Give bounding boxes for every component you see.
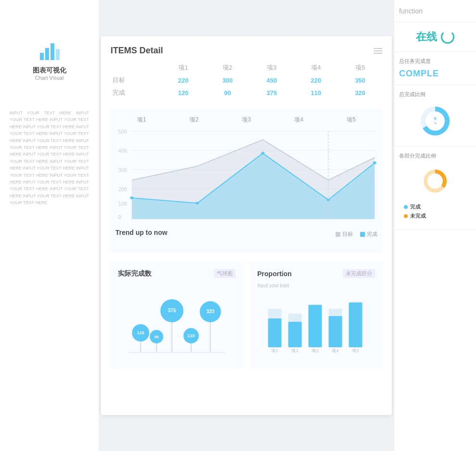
logo-title: 图表可视化 [33,66,66,75]
right-panel: function 在线 总任务完成度 COMPLE 总完成比例 9 % 各部分完… [394,0,476,451]
each-proportion-section: 各部分完成比例 完成 未完成 [394,146,476,230]
complete-legend-item: 完成 [404,203,466,210]
menu-icon[interactable] [374,48,382,54]
svg-text:项4: 项4 [332,348,338,353]
svg-rect-55 [349,303,363,347]
bubble-chart-badge: 气球图 [214,269,236,278]
proportion-badge: 未完成部分 [343,269,375,278]
complete-3: 375 [250,86,294,99]
items-detail: ITEMS Detail 项1 项2 项3 项4 项5 目标 220 [111,46,382,99]
incomplete-legend-item: 未完成 [404,212,466,219]
each-proportion-label: 各部分完成比例 [399,152,471,159]
complete-legend-label: 完成 [410,203,421,210]
legend-complete: 完成 [360,231,377,238]
svg-text:300: 300 [118,168,127,173]
complete-5: 320 [338,86,382,99]
logo-area: 图表可视化 Chart Visual [33,38,66,81]
svg-rect-0 [40,53,44,60]
proportion-subtitle: Input your txtet [257,283,375,288]
col-4: 项4 [294,61,338,74]
col-5: 项5 [338,61,382,74]
svg-point-28 [373,161,376,164]
svg-text:项1: 项1 [271,348,278,353]
svg-text:200: 200 [118,187,127,192]
svg-text:375: 375 [168,308,176,313]
svg-rect-47 [268,318,282,347]
svg-text:90: 90 [154,335,159,339]
svg-text:320: 320 [206,309,214,314]
main-content: ITEMS Detail 项1 项2 项3 项4 项5 目标 220 [101,36,392,415]
svg-text:100: 100 [118,201,127,207]
svg-point-26 [261,152,264,155]
legend-target-box [336,232,340,237]
donut-chart [422,168,449,195]
svg-text:400: 400 [118,148,127,154]
function-label: function [394,0,476,23]
complete-2: 90 [205,86,250,99]
svg-rect-49 [288,322,302,347]
svg-text:9: 9 [434,116,436,121]
bubble-chart-svg: 120 90 375 110 320 [118,283,236,360]
sidebar-placeholder-text: INPUT YOUR TEXT HERE INPUT YOUR TEXT HER… [0,110,99,206]
logo-subtitle: Chart Visual [35,75,64,81]
legend-complete-box [360,232,365,237]
table-row-target: 目标 220 300 450 220 350 [111,74,382,86]
svg-rect-2 [50,43,54,60]
svg-rect-53 [329,316,342,347]
svg-point-24 [130,196,134,199]
pie-chart: 9 % [421,107,450,135]
x-label-4: 项4 [294,116,303,124]
bubble-chart: 实际完成数 气球图 120 90 375 [111,262,243,369]
col-3: 项3 [250,61,294,74]
x-label-3: 项3 [242,116,251,124]
online-label: 在线 [416,30,437,44]
svg-text:110: 110 [188,333,195,338]
x-label-2: 项2 [189,116,199,124]
svg-rect-3 [56,49,60,60]
total-proportion-section: 总完成比例 9 % [394,85,476,146]
total-task-label: 总任务完成度 [399,58,471,65]
target-5: 350 [338,74,382,86]
legend-target: 目标 [336,231,353,238]
proportion-label: 总完成比例 [399,91,471,98]
table-row-complete: 完成 120 90 375 110 320 [111,86,382,99]
chart-visual-icon [38,38,62,62]
items-table: 项1 项2 项3 项4 项5 目标 220 300 450 220 350 完成 [111,61,382,99]
svg-rect-51 [309,305,322,347]
chart-legend: 目标 完成 [336,231,377,238]
proportion-chart: Proportion 未完成部分 Input your txtet [250,262,382,369]
legend-complete-label: 完成 [367,231,377,238]
x-label-5: 项5 [347,116,356,124]
svg-rect-1 [45,48,49,60]
legend-target-label: 目标 [342,231,353,238]
proportion-bar-svg: 项1 项2 项3 项4 项5 [257,292,375,354]
incomplete-legend-label: 未完成 [410,212,426,219]
row-label-target: 目标 [111,74,161,86]
left-sidebar: 图表可视化 Chart Visual INPUT YOUR TEXT HERE … [0,0,99,451]
complete-1: 120 [161,86,205,99]
online-section: 在线 [394,23,476,52]
target-3: 450 [250,74,294,86]
col-1: 项1 [161,61,205,74]
target-1: 220 [161,74,205,86]
complete-dot [404,205,408,209]
loading-spinner [441,30,454,44]
svg-text:0: 0 [118,215,121,220]
svg-point-25 [196,202,199,205]
legend-area: 完成 未完成 [399,199,471,223]
incomplete-dot [404,214,408,218]
bubble-chart-title: 实际完成数 [118,269,151,278]
line-chart-area: 项1 项2 项3 项4 项5 500 400 300 200 100 0 [111,109,382,252]
x-label-1: 项1 [137,116,146,124]
total-task-section: 总任务完成度 COMPLE [394,52,476,85]
proportion-title: Proportion [257,270,292,278]
target-2: 300 [205,74,250,86]
svg-text:120: 120 [137,330,144,335]
svg-text:%: % [434,122,437,125]
svg-text:500: 500 [118,129,127,134]
svg-text:项2: 项2 [291,348,298,353]
target-4: 220 [294,74,338,86]
row-label-complete: 完成 [111,86,161,99]
line-chart-svg: 500 400 300 200 100 0 [115,126,377,222]
svg-text:项5: 项5 [352,348,359,353]
